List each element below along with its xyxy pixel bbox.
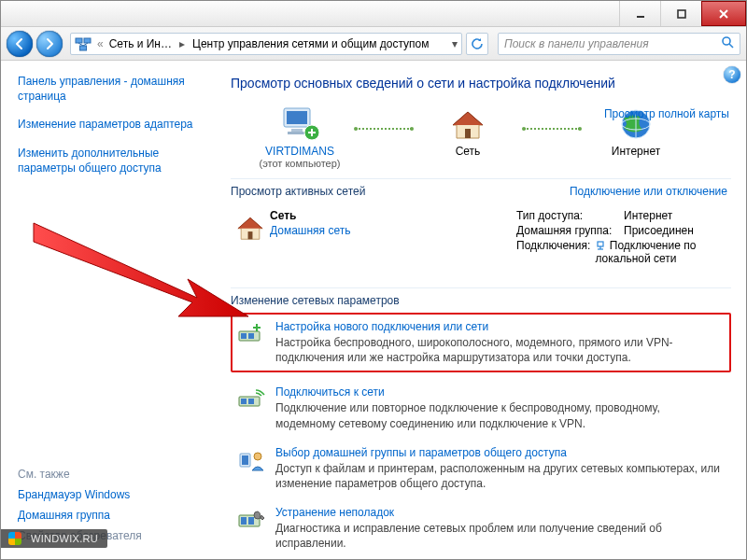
computer-icon: [277, 104, 322, 145]
main-pane: ? Просмотр основных сведений о сети и на…: [219, 61, 746, 559]
svg-rect-39: [241, 517, 247, 525]
connect-network-icon: [236, 385, 266, 430]
svg-rect-36: [242, 455, 248, 465]
svg-rect-31: [253, 327, 261, 329]
svg-rect-18: [465, 129, 471, 138]
nav-back-button[interactable]: [7, 31, 33, 57]
svg-line-10: [729, 44, 733, 48]
svg-rect-34: [248, 399, 254, 404]
kv-key: Подключения:: [516, 239, 595, 265]
maximize-button[interactable]: [660, 1, 701, 26]
new-connection-icon: [236, 320, 266, 365]
breadcrumb-sep: «: [95, 37, 106, 50]
content-body: Панель управления - домашняя страница Из…: [1, 61, 746, 559]
svg-point-37: [254, 453, 261, 460]
seealso-title: См. также: [18, 468, 208, 481]
refresh-button[interactable]: [466, 33, 488, 55]
tasks-list: Настройка нового подключения или сети На…: [231, 313, 731, 559]
help-icon[interactable]: ?: [724, 66, 740, 83]
map-this-pc: VIRTDIMANS (этот компьютер): [244, 104, 356, 169]
active-networks-section: Просмотр активных сетей Подключение или …: [231, 178, 731, 203]
window-frame: « Сеть и Ин… ▸ Центр управления сетями и…: [0, 0, 747, 560]
active-network-type[interactable]: Домашняя сеть: [270, 224, 516, 237]
svg-rect-4: [76, 38, 82, 43]
task-title[interactable]: Подключиться к сети: [275, 385, 722, 399]
active-networks-title: Просмотр активных сетей: [231, 185, 365, 198]
connection-link-text: Подключение по локальной сети: [595, 239, 696, 265]
svg-rect-5: [84, 38, 91, 43]
network-sharing-icon: [73, 34, 93, 54]
connect-disconnect-link[interactable]: Подключение или отключение: [570, 185, 727, 198]
map-connector: [356, 128, 412, 130]
task-title[interactable]: Устранение неполадок: [275, 506, 722, 519]
task-new-connection[interactable]: Настройка нового подключения или сети На…: [231, 313, 731, 372]
sidebar-link-adapter[interactable]: Изменение параметров адаптера: [18, 117, 208, 132]
svg-rect-6: [80, 46, 87, 50]
seealso-homegroup[interactable]: Домашняя группа: [18, 509, 208, 522]
svg-rect-28: [241, 333, 247, 339]
minimize-button[interactable]: [619, 1, 660, 26]
homegroup-icon: [236, 446, 266, 491]
svg-point-9: [723, 37, 730, 45]
seealso-firewall[interactable]: Брандмауэр Windows: [18, 488, 208, 501]
nav-forward-button[interactable]: [36, 31, 63, 57]
svg-rect-1: [678, 10, 685, 18]
task-title[interactable]: Выбор домашней группы и параметров общег…: [275, 446, 722, 459]
svg-rect-40: [248, 517, 254, 525]
homegroup-link[interactable]: Присоединен: [624, 224, 694, 237]
svg-rect-33: [241, 399, 247, 404]
svg-rect-13: [291, 129, 303, 132]
svg-rect-17: [311, 129, 313, 136]
search-icon: [721, 35, 734, 51]
task-desc: Подключение или повторное подключение к …: [275, 400, 722, 430]
map-pc-name[interactable]: VIRTDIMANS: [265, 145, 334, 158]
map-internet-label: Интернет: [612, 145, 660, 158]
map-network-label: Сеть: [456, 145, 481, 158]
lan-icon: [595, 239, 609, 252]
svg-rect-14: [288, 132, 306, 134]
task-desc: Диагностика и исправление сетевых пробле…: [275, 521, 722, 551]
sidebar-link-home[interactable]: Панель управления - домашняя страница: [18, 74, 208, 104]
svg-rect-12: [287, 111, 307, 124]
task-homegroup[interactable]: Выбор домашней группы и параметров общег…: [231, 439, 731, 498]
svg-rect-29: [248, 333, 254, 339]
sidebar: Панель управления - домашняя страница Из…: [1, 61, 219, 559]
task-connect[interactable]: Подключиться к сети Подключение или повт…: [231, 378, 731, 438]
chevron-right-icon[interactable]: ▸: [176, 37, 189, 50]
task-desc: Доступ к файлам и принтерам, расположенн…: [275, 461, 722, 491]
search-input[interactable]: Поиск в панели управления: [498, 33, 740, 55]
map-pc-note: (этот компьютер): [259, 158, 340, 169]
chevron-down-icon[interactable]: ▾: [448, 37, 461, 50]
search-placeholder: Поиск в панели управления: [504, 37, 649, 50]
titlebar: [1, 1, 746, 27]
close-button[interactable]: [701, 1, 746, 26]
sidebar-link-advanced-sharing[interactable]: Изменить дополнительные параметры общего…: [18, 146, 208, 175]
active-network-row: Сеть Домашняя сеть Тип доступа:Интернет …: [231, 203, 731, 273]
map-network: Сеть: [412, 104, 524, 158]
active-network-details: Тип доступа:Интернет Домашняя группа:При…: [516, 209, 731, 267]
task-troubleshoot[interactable]: Устранение неполадок Диагностика и испра…: [231, 498, 731, 558]
breadcrumb-parent[interactable]: Сеть и Ин…: [106, 37, 176, 50]
house-icon: [231, 209, 270, 245]
watermark: WINDWIX.RU: [1, 529, 107, 548]
task-title[interactable]: Настройка нового подключения или сети: [275, 320, 722, 333]
breadcrumb[interactable]: « Сеть и Ин… ▸ Центр управления сетями и…: [70, 33, 462, 55]
navbar: « Сеть и Ин… ▸ Центр управления сетями и…: [1, 27, 746, 61]
kv-key: Домашняя группа:: [516, 224, 624, 237]
change-params-title: Изменение сетевых параметров: [231, 287, 731, 307]
task-desc: Настройка беспроводного, широкополосного…: [275, 335, 722, 365]
map-connector: [524, 128, 580, 130]
active-network-name: Сеть: [270, 209, 296, 222]
kv-val: Интернет: [624, 209, 672, 222]
kv-key: Тип доступа:: [516, 209, 624, 222]
connection-link[interactable]: Подключение по локальной сети: [595, 239, 731, 265]
active-network-info: Сеть Домашняя сеть: [270, 209, 516, 237]
svg-rect-23: [248, 231, 253, 239]
house-icon: [445, 104, 490, 145]
troubleshoot-icon: [236, 506, 266, 551]
breadcrumb-current[interactable]: Центр управления сетями и общим доступом: [189, 37, 433, 50]
svg-rect-24: [598, 242, 603, 246]
page-title: Просмотр основных сведений о сети и наст…: [231, 76, 731, 91]
full-map-link[interactable]: Просмотр полной карты: [604, 107, 729, 120]
